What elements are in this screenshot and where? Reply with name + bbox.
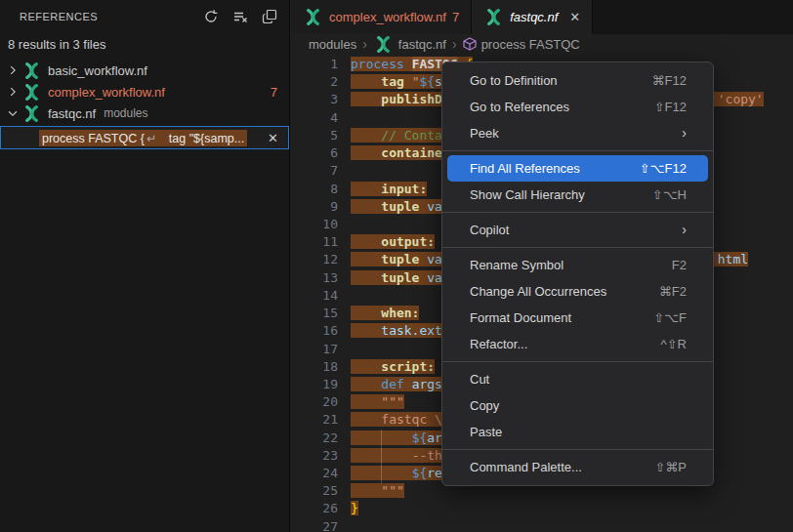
menu-item-rename-symbol[interactable]: Rename SymbolF2 [442, 252, 713, 278]
menu-item-paste[interactable]: Paste [442, 419, 713, 445]
reference-highlight: script: [351, 359, 435, 374]
collapse-all-icon[interactable] [260, 7, 279, 26]
line-number: 14 [291, 287, 338, 305]
code-token: 'copy' [718, 92, 764, 106]
reference-highlight: output: [351, 234, 435, 249]
line-number: 6 [291, 144, 338, 162]
tab-bar: complex_workflow.nf7fastqc.nf✕ [291, 0, 793, 34]
tree-item-label: basic_workflow.nf [48, 63, 147, 78]
code-token: html [718, 252, 748, 266]
menu-item-label: Paste [470, 419, 687, 445]
code-token: container [381, 145, 449, 160]
code-token: tag [381, 74, 403, 89]
nextflow-file-icon [23, 84, 40, 101]
code-token [351, 394, 381, 409]
line-number: 9 [291, 198, 338, 216]
line-number: 8 [291, 181, 338, 198]
chevron-right-icon [6, 63, 20, 77]
nextflow-file-icon [375, 36, 392, 53]
code-token [351, 270, 381, 285]
code-token: input: [381, 182, 427, 196]
line-number: 1 [291, 56, 338, 73]
breadcrumb-item-3[interactable]: process FASTQC [463, 37, 580, 52]
close-icon[interactable]: ✕ [569, 10, 580, 24]
code-token [351, 182, 381, 196]
code-token: process [351, 57, 404, 71]
breadcrumb-item-1[interactable]: modules [309, 37, 356, 52]
tab-badge: 7 [452, 10, 459, 24]
menu-item-cut[interactable]: Cut [442, 366, 713, 392]
menu-divider [442, 247, 713, 248]
code-token [351, 92, 381, 106]
close-icon[interactable]: ✕ [268, 131, 278, 145]
code-token: fastqc \ [381, 412, 442, 427]
tree-item-basic_workflow.nf[interactable]: basic_workflow.nf [0, 60, 289, 81]
reference-result-item[interactable]: process FASTQC {↵ tag "${samp...✕ [0, 126, 289, 149]
code-line[interactable]: } [351, 500, 793, 517]
tab-label: fastqc.nf [510, 10, 558, 24]
menu-item-shortcut: ⇧⌘P [654, 454, 687, 480]
menu-item-label: Command Palette... [470, 454, 654, 480]
menu-item-refactor[interactable]: Refactor...^⇧R [442, 331, 713, 357]
menu-item-go-to-definition[interactable]: Go to Definition⌘F12 [442, 67, 713, 94]
line-number: 11 [291, 233, 338, 251]
symbol-module-icon [463, 37, 477, 51]
twisty [4, 106, 21, 120]
line-number: 7 [291, 162, 338, 180]
line-number: 5 [291, 127, 338, 144]
line-number: 26 [291, 500, 338, 517]
line-number: 13 [291, 269, 338, 287]
menu-item-command-palette[interactable]: Command Palette...⇧⌘P [442, 454, 713, 480]
menu-item-shortcut: F2 [672, 252, 687, 278]
menu-item-find-all-references[interactable]: Find All References⇧⌥F12 [447, 155, 708, 182]
menu-item-label: Show Call Hierarchy [470, 182, 652, 208]
code-line[interactable] [351, 518, 793, 532]
menu-item-peek[interactable]: Peek› [442, 120, 713, 146]
code-token: def [381, 377, 403, 391]
menu-item-label: Go to Definition [470, 67, 652, 94]
editor-context-menu: Go to Definition⌘F12Go to References⇧F12… [441, 61, 714, 486]
code-token: args [412, 377, 442, 391]
result-count-badge: 7 [271, 85, 277, 100]
indent-guide [381, 430, 382, 483]
code-token [351, 199, 381, 214]
breadcrumb-item-2[interactable]: fastqc.nf [373, 36, 446, 53]
result-snippet: process FASTQC {↵ tag "${samp... [39, 130, 247, 146]
chevron-right-icon [6, 85, 20, 99]
refresh-icon[interactable] [201, 7, 221, 26]
menu-divider [442, 449, 713, 450]
menu-item-change-all-occurrences[interactable]: Change All Occurrences⌘F2 [442, 278, 713, 305]
menu-item-shortcut: ⇧F12 [654, 94, 687, 120]
tab-complex_workflow.nf[interactable]: complex_workflow.nf7 [291, 0, 472, 34]
sidebar-title: REFERENCES [20, 11, 201, 22]
tab-fastqc.nf[interactable]: fastqc.nf✕ [472, 0, 593, 34]
code-token [351, 74, 381, 89]
chevron-down-icon [6, 106, 20, 120]
twisty [4, 85, 21, 99]
code-token [404, 57, 412, 71]
tree-item-fastqc.nf[interactable]: fastqc.nfmodules [0, 102, 289, 124]
code-token [351, 323, 381, 338]
results-summary: 8 results in 3 files [0, 33, 289, 60]
menu-item-format-document[interactable]: Format Document⇧⌥F [442, 305, 713, 331]
code-token: tuple [381, 252, 419, 266]
code-token [351, 483, 381, 498]
results-tree: basic_workflow.nfcomplex_workflow.nf7fas… [0, 60, 289, 149]
tree-item-complex_workflow.nf[interactable]: complex_workflow.nf7 [0, 81, 289, 102]
sidebar-header: REFERENCES [0, 0, 289, 33]
menu-item-go-to-references[interactable]: Go to References⇧F12 [442, 94, 713, 120]
twisty [4, 63, 21, 77]
submenu-chevron-icon: › [682, 217, 687, 243]
references-sidebar: REFERENCES 8 results in 3 files basic_wo… [0, 0, 290, 532]
menu-item-label: Format Document [470, 305, 653, 331]
menu-divider [442, 212, 713, 213]
code-token [351, 128, 381, 143]
menu-item-show-call-hierarchy[interactable]: Show Call Hierarchy⇧⌥H [442, 182, 713, 208]
code-token: script: [381, 359, 435, 374]
menu-item-copy[interactable]: Copy [442, 392, 713, 419]
clear-all-icon[interactable] [230, 7, 250, 26]
line-number: 24 [291, 465, 338, 482]
menu-item-copilot[interactable]: Copilot› [442, 217, 713, 243]
menu-item-label: Change All Occurrences [470, 278, 659, 305]
line-number: 22 [291, 430, 338, 447]
